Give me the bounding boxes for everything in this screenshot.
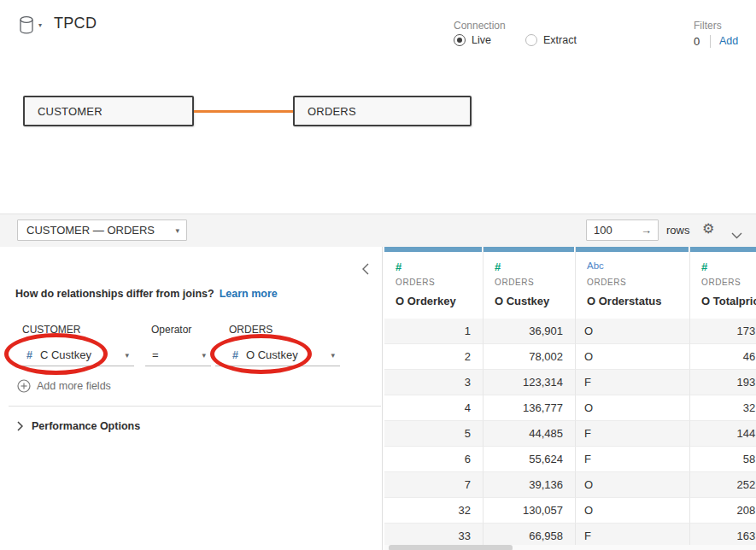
connection-label: Connection	[454, 20, 506, 32]
left-field-dropdown[interactable]: # C Custkey ▾	[15, 344, 134, 366]
table-row: 655,624F58,7	[384, 447, 756, 472]
grid-cell: 3	[384, 370, 483, 395]
grid-cell: 39,136	[483, 472, 576, 498]
grid-cell: 2	[384, 344, 483, 370]
column-header[interactable]: #ORDERSO Orderkey	[384, 247, 483, 319]
relationship-editor-panel: How do relationships differ from joins?L…	[0, 247, 383, 550]
table-row: 4136,777O32,1	[384, 395, 756, 421]
collapse-panel-icon[interactable]	[360, 261, 371, 280]
grid-cell: 44,485	[483, 421, 576, 447]
table-row: 136,901O173,6	[384, 319, 756, 344]
number-type-icon: #	[396, 260, 472, 272]
grid-cell: 7	[384, 472, 483, 498]
right-field-value: O Custkey	[246, 348, 298, 361]
grid-cell: 58,7	[690, 447, 756, 472]
text-type-icon: Abc	[587, 260, 679, 272]
radio-option-extract[interactable]: Extract	[525, 34, 577, 46]
radio-extract-label: Extract	[543, 34, 577, 46]
data-preview-grid: #ORDERSO Orderkey#ORDERSO CustkeyAbcORDE…	[384, 247, 756, 550]
scrollbar-thumb[interactable]	[389, 545, 513, 550]
column-field-name: O Totalprice	[701, 295, 756, 307]
database-caret-icon[interactable]: ▾	[38, 21, 42, 29]
column-table-name: ORDERS	[396, 278, 472, 287]
right-field-dropdown[interactable]: # O Custkey ▾	[215, 344, 340, 366]
grid-cell: 32,1	[690, 395, 756, 421]
datasource-title[interactable]: TPCD	[54, 15, 97, 32]
performance-options-expander[interactable]: Performance Options	[17, 420, 140, 432]
column-header[interactable]: #ORDERSO Custkey	[483, 247, 576, 319]
grid-cell: 173,6	[690, 319, 756, 344]
relationship-selector-dropdown[interactable]: CUSTOMER — ORDERS ▾	[17, 219, 187, 241]
caret-down-icon: ▾	[175, 226, 179, 235]
canvas-table-orders[interactable]: ORDERS	[293, 96, 472, 126]
datasource-page: ▾ TPCD Connection Live Extract Filters 0…	[0, 0, 756, 550]
grid-cell: 46,9	[690, 344, 756, 370]
radio-option-live[interactable]: Live	[454, 34, 491, 46]
grid-cell: O	[576, 472, 690, 498]
learn-more-link[interactable]: Learn more	[220, 288, 278, 300]
filters-label: Filters	[694, 20, 722, 32]
filters-divider	[710, 35, 711, 48]
relationship-selector-value: CUSTOMER — ORDERS	[26, 224, 155, 237]
performance-options-label: Performance Options	[32, 420, 140, 432]
radio-live-label: Live	[472, 34, 491, 46]
relationship-noodle[interactable]	[194, 110, 293, 113]
chevron-down-icon[interactable]	[731, 227, 742, 243]
grid-cell: 136,777	[483, 395, 576, 421]
column-field-name: O Orderstatus	[587, 295, 679, 307]
grid-cell: F	[576, 421, 690, 447]
grid-cell: 252,0	[690, 472, 756, 498]
database-icon[interactable]	[19, 15, 38, 39]
add-circle-icon	[17, 379, 31, 393]
caret-down-icon: ▾	[202, 351, 206, 360]
apply-arrow-icon: →	[641, 224, 652, 237]
grid-cell: 1	[384, 319, 483, 344]
table-row: 3123,314F193,8	[384, 370, 756, 395]
row-limit-input[interactable]	[587, 220, 638, 240]
question-text: How do relationships differ from joins?	[15, 288, 214, 300]
grid-cell: F	[576, 370, 690, 395]
grid-cell: 5	[384, 421, 483, 447]
add-more-fields-button[interactable]: Add more fields	[17, 379, 111, 393]
grid-cell: 130,057	[483, 498, 576, 524]
column-table-name: ORDERS	[587, 278, 679, 287]
operator-label: Operator	[151, 324, 191, 336]
grid-cell: 208,6	[690, 498, 756, 524]
column-table-name: ORDERS	[495, 278, 565, 287]
grid-cell: O	[576, 498, 690, 524]
horizontal-scrollbar[interactable]	[384, 545, 756, 550]
add-more-fields-label: Add more fields	[37, 380, 111, 392]
gear-icon[interactable]: ⚙	[702, 222, 714, 236]
number-type-icon: #	[495, 260, 565, 272]
left-field-value: C Custkey	[40, 348, 91, 361]
grid-body: 136,901O173,6278,002O46,93123,314F193,84…	[384, 319, 756, 549]
grid-cell: 6	[384, 447, 483, 472]
bottom-panel: CUSTOMER — ORDERS ▾ → rows ⚙ How do rela…	[0, 214, 756, 550]
table-row: 544,485F144,6	[384, 421, 756, 447]
canvas-table-customer[interactable]: CUSTOMER	[23, 96, 194, 126]
operator-dropdown[interactable]: = ▾	[145, 344, 211, 366]
grid-cell: 32	[384, 498, 483, 524]
table-row: 32130,057O208,6	[384, 498, 756, 524]
grid-cell: O	[576, 319, 690, 344]
column-header[interactable]: AbcORDERSO Orderstatus	[576, 247, 690, 319]
number-type-icon: #	[701, 260, 756, 272]
grid-cell: 78,002	[483, 344, 576, 370]
filters-count: 0	[694, 35, 700, 48]
grid-cell: 4	[384, 395, 483, 421]
table-row: 278,002O46,9	[384, 344, 756, 370]
column-field-name: O Custkey	[495, 295, 565, 307]
relationships-question: How do relationships differ from joins?L…	[15, 288, 278, 300]
number-field-icon: #	[26, 349, 32, 361]
grid-cell: 36,901	[483, 319, 576, 344]
column-field-name: O Orderkey	[396, 295, 472, 307]
row-limit-box: →	[586, 219, 659, 241]
chevron-right-icon	[17, 421, 23, 431]
column-header[interactable]: #ORDERSO Totalprice	[690, 247, 756, 319]
left-table-label: CUSTOMER	[22, 324, 80, 336]
panel-divider	[9, 406, 381, 407]
caret-down-icon: ▾	[331, 351, 335, 360]
grid-cell: O	[576, 344, 690, 370]
number-field-icon: #	[232, 349, 238, 361]
filters-add-link[interactable]: Add	[719, 35, 738, 47]
